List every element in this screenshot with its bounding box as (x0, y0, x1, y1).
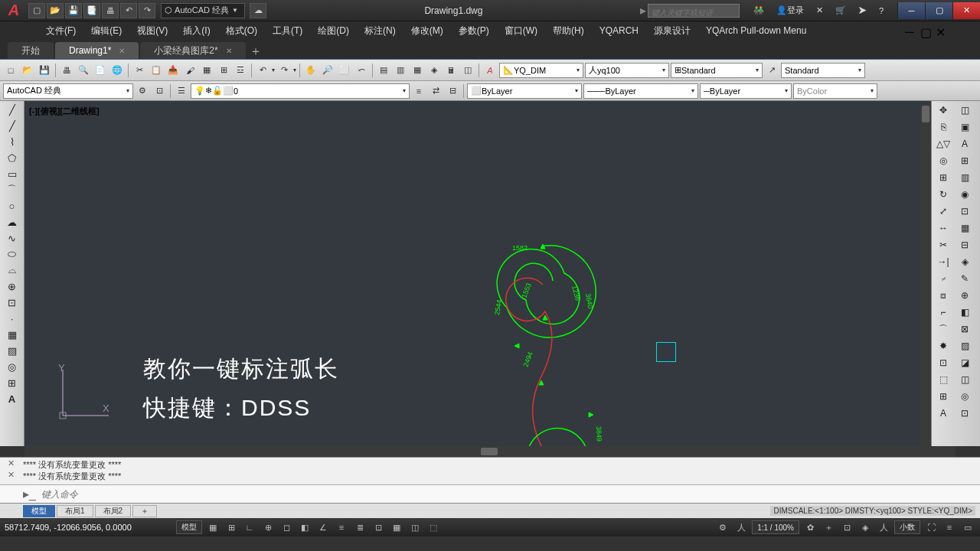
tp-icon[interactable]: ▥ (393, 63, 408, 78)
line-icon[interactable]: ╱ (5, 103, 20, 116)
command-line[interactable]: ▸_ (0, 484, 980, 503)
cmd-close-icon[interactable]: ✕✕ (5, 458, 17, 481)
rt38-icon[interactable]: ⊡ (955, 406, 975, 421)
rt14-icon[interactable]: ⊡ (955, 204, 975, 219)
gradient-icon[interactable]: ▨ (5, 344, 20, 357)
rt6-icon[interactable]: A (955, 136, 975, 152)
paste-icon[interactable]: 📥 (165, 63, 181, 78)
nav-icon[interactable]: ⊡ (839, 520, 854, 534)
redo-icon[interactable]: ↷ (276, 63, 292, 78)
close-button[interactable]: ✕ (952, 2, 980, 19)
chamfer-icon[interactable]: ⌐ (933, 305, 953, 320)
login-button[interactable]: 👤 登录 (772, 3, 808, 18)
arc-icon[interactable]: ⌒ (5, 183, 20, 197)
cust-icon[interactable]: ≡ (942, 520, 957, 534)
menu-yqpull[interactable]: YQArch Pull-down Menu (698, 25, 814, 36)
array-icon[interactable]: ⊞ (933, 170, 953, 185)
break-icon[interactable]: ⌿ (933, 271, 953, 286)
undo-icon[interactable]: ↶ (255, 63, 270, 78)
menu-yqarch[interactable]: YQARCH (592, 25, 646, 36)
spline-icon[interactable]: ∿ (5, 231, 20, 245)
polygon-icon[interactable]: ⬠ (5, 151, 20, 165)
rt30-icon[interactable]: ▨ (955, 338, 975, 354)
gear2-icon[interactable]: ✿ (802, 520, 818, 534)
rt37-icon[interactable]: A (933, 406, 953, 421)
cut-icon[interactable]: ✂ (132, 63, 147, 78)
laymcur-icon[interactable]: ≡ (411, 83, 426, 99)
rt10-icon[interactable]: ▥ (955, 170, 975, 185)
pline-icon[interactable]: ⌇ (5, 135, 20, 148)
scale-icon[interactable]: ⤢ (933, 204, 953, 219)
tab-model[interactable]: 模型 (23, 505, 55, 517)
doc-min-icon[interactable]: ─ (905, 25, 919, 36)
gear-icon[interactable]: ⚙ (135, 83, 150, 99)
osnap-icon[interactable]: ◻ (279, 520, 294, 534)
menu-tools[interactable]: 工具(T) (265, 24, 310, 37)
rt22-icon[interactable]: ✎ (955, 271, 975, 286)
units-readout[interactable]: 小数 (894, 520, 920, 534)
block-icon[interactable]: ▦ (199, 63, 214, 78)
markup-icon[interactable]: ◈ (426, 63, 442, 78)
color-select[interactable]: ⬜ ByLayer▾ (467, 83, 582, 99)
rt26-icon[interactable]: ◧ (955, 305, 975, 320)
open-icon[interactable]: 📂 (47, 3, 64, 18)
zoom-rt-icon[interactable]: 🔎 (320, 63, 335, 78)
layerprops-icon[interactable]: ☰ (174, 83, 189, 99)
horizontal-scrollbar[interactable] (24, 446, 956, 457)
scale-select[interactable]: 人 yq100▾ (585, 63, 669, 78)
stretch-icon[interactable]: ↔ (933, 220, 953, 236)
textstyle-a-icon[interactable]: A (482, 63, 498, 78)
ellipse-icon[interactable]: ⬭ (5, 247, 20, 261)
txtstyle-select[interactable]: Standard▾ (781, 63, 865, 78)
plotstyle-select[interactable]: ByColor▾ (793, 83, 877, 99)
maximize-button[interactable]: ▢ (925, 2, 952, 19)
move-icon[interactable]: ✥ (933, 103, 953, 118)
props-icon[interactable]: ☲ (233, 63, 248, 78)
tab-drawing1[interactable]: Drawing1*✕ (55, 42, 139, 59)
help-icon[interactable]: ? (874, 3, 888, 18)
ssm-icon[interactable]: ▤ (376, 63, 391, 78)
dcenter-icon[interactable]: ⊞ (216, 63, 231, 78)
menu-format[interactable]: 格式(O) (218, 24, 265, 37)
tab-layout2[interactable]: 布局2 (95, 505, 132, 517)
plot-icon[interactable]: 🌐 (109, 63, 125, 78)
rt8-icon[interactable]: ⊞ (955, 153, 975, 168)
pan-icon[interactable]: ✋ (303, 63, 318, 78)
clean-icon[interactable]: ▭ (960, 520, 975, 534)
command-input[interactable] (37, 489, 957, 500)
snap-icon[interactable]: ⊞ (224, 520, 239, 534)
grid-icon[interactable]: ▦ (205, 520, 220, 534)
revcloud-icon[interactable]: ☁ (5, 215, 20, 229)
rt36-icon[interactable]: ◎ (955, 389, 975, 404)
saveas-icon[interactable]: 📑 (83, 3, 100, 18)
help-arrow-icon[interactable]: ⮞ (854, 3, 871, 18)
infocenter-icon[interactable]: 👬 (749, 3, 769, 18)
lineweight-select[interactable]: ─ ByLayer▾ (700, 83, 792, 99)
trim-icon[interactable]: ✂ (933, 237, 953, 253)
extend-icon[interactable]: →| (933, 254, 953, 269)
match-icon[interactable]: 🖌 (182, 63, 198, 78)
layprev-icon[interactable]: ⇄ (428, 83, 443, 99)
join-icon[interactable]: ⧈ (933, 288, 953, 303)
redo-icon[interactable]: ↷ (139, 3, 155, 18)
undo-icon[interactable]: ↶ (120, 3, 137, 18)
search-input[interactable] (648, 6, 739, 18)
menu-yuanquan[interactable]: 源泉设计 (646, 24, 698, 37)
tab-start[interactable]: 开始 (8, 42, 54, 59)
ann-icon[interactable]: 人 (876, 520, 891, 534)
tablestyle-select[interactable]: ⊞ Standard▾ (671, 63, 763, 78)
mleader-icon[interactable]: ↗ (764, 63, 779, 78)
layiso-icon[interactable]: ⊟ (445, 83, 460, 99)
add-layout-button[interactable]: ＋ (132, 505, 157, 517)
vertical-scrollbar[interactable] (920, 104, 931, 449)
save-icon[interactable]: 💾 (37, 63, 52, 78)
circle-icon[interactable]: ○ (5, 199, 20, 213)
preview-icon[interactable]: 🔍 (76, 63, 91, 78)
rt32-icon[interactable]: ◪ (955, 355, 975, 370)
xline-icon[interactable]: ╱ (5, 119, 20, 132)
tpy-icon[interactable]: ⊡ (371, 520, 386, 534)
rt20-icon[interactable]: ◈ (955, 254, 975, 269)
iso-icon[interactable]: ◈ (858, 520, 873, 534)
workspace-drop[interactable]: ⬡ AutoCAD 经典▼ (161, 3, 245, 18)
publish-icon[interactable]: 📄 (93, 63, 108, 78)
